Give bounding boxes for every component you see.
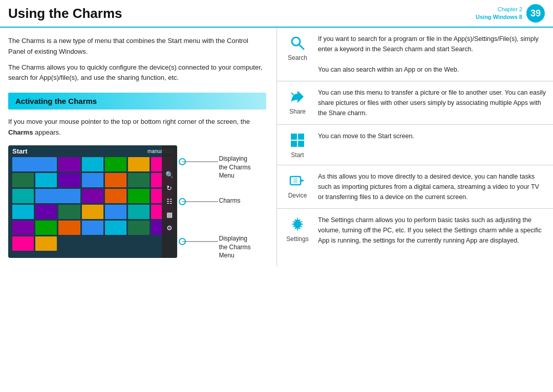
charms-bar: 🔍 ↻ ☷ ▩ ⚙ (162, 145, 177, 258)
charm-desc-start: You can move to the Start screen. (318, 131, 414, 141)
page-header: Using the Charms Chapter 2 Using Windows… (0, 0, 553, 28)
win8-tile (12, 157, 57, 171)
activation-text: If you move your mouse pointer to the to… (8, 117, 266, 138)
charm-icon-block-share: Share (284, 88, 311, 115)
charm-label-share: Share (289, 108, 306, 115)
win8-tile (35, 205, 57, 219)
win8-tile (82, 157, 103, 171)
win8-tile (12, 173, 34, 187)
start-icon (288, 131, 307, 149)
charm-label-settings: Settings (286, 235, 308, 243)
win8-start-label: Start (12, 147, 28, 155)
win8-tile (105, 205, 126, 219)
win8-tile (82, 173, 103, 187)
callout-bot: Displaying the Charms Menu (219, 234, 251, 260)
charm-row-start: StartYou can move to the Start screen. (277, 125, 553, 165)
charm-label-device: Device (288, 192, 307, 199)
win8-header: Start manual123 (8, 145, 177, 157)
svg-rect-11 (298, 141, 304, 147)
win8-tile (128, 157, 150, 171)
win8-tile (128, 205, 150, 219)
win8-screenshot: Start manual123 🔍 ↻ ☷ ▩ ⚙ (8, 145, 177, 258)
activation-text-pre: If you move your mouse pointer to the to… (8, 118, 250, 125)
chapter-sub: Using Windows 8 (476, 13, 522, 21)
chapter-text: Chapter 2 Using Windows 8 (476, 6, 522, 21)
win8-tile (12, 205, 34, 219)
charm-icon-block-start: Start (284, 131, 311, 159)
win8-tile (82, 205, 103, 219)
intro-text-2: The Charms allows you to quickly configu… (8, 62, 266, 84)
charm-icon-block-settings: Settings (284, 215, 311, 243)
win8-tiles (8, 157, 177, 255)
charm-bar-settings: ⚙ (165, 224, 174, 233)
svg-rect-9 (298, 134, 304, 140)
win8-tile (58, 157, 80, 171)
charm-row-device: DeviceAs this allows you to move directl… (277, 165, 553, 209)
section-heading: Activating the Charms (8, 93, 266, 110)
charm-row-search: SearchIf you want to search for a progra… (277, 28, 553, 81)
left-column: The Charms is a new type of menu that co… (0, 28, 276, 266)
win8-tile (58, 221, 80, 235)
charm-bar-share: ↻ (165, 184, 174, 193)
charm-label-search: Search (288, 54, 307, 61)
svg-rect-8 (291, 134, 297, 140)
win8-tile (105, 157, 126, 171)
win8-tile (58, 205, 80, 219)
win8-tile (35, 221, 57, 235)
charm-label-start: Start (291, 151, 304, 159)
win8-tile (128, 173, 150, 187)
charm-icon-block-device: Device (284, 171, 311, 199)
charm-row-share: ShareYou can use this menu to transfer a… (277, 81, 553, 125)
charm-icon-block-search: Search (284, 34, 311, 61)
win8-tile (82, 221, 103, 235)
page-title: Using the Charms (8, 6, 122, 21)
chapter-label: Chapter 2 (476, 6, 522, 13)
svg-rect-10 (291, 141, 297, 147)
search-icon (288, 34, 307, 52)
main-content: The Charms is a new type of menu that co… (0, 28, 553, 266)
win8-tile (128, 189, 150, 203)
callout-top: Displaying the Charms Menu (219, 155, 251, 180)
win8-tile (128, 221, 150, 235)
win8-tile (105, 189, 126, 203)
page-number: 39 (526, 4, 545, 23)
intro-text-1: The Charms is a new type of menu that co… (8, 36, 266, 57)
share-icon (288, 88, 307, 106)
chapter-info: Chapter 2 Using Windows 8 39 (476, 4, 545, 23)
win8-tile (35, 189, 80, 203)
activation-bold: Charms (8, 128, 33, 136)
win8-tile (35, 173, 57, 187)
charm-desc-search: If you want to search for a program or f… (318, 34, 546, 75)
charm-bar-start: ☷ (165, 197, 174, 206)
charm-desc-share: You can use this menu to transfer a pict… (318, 88, 546, 118)
svg-rect-13 (293, 178, 297, 183)
charm-desc-settings: The Settings charm allows you to perform… (318, 215, 546, 246)
win8-tile (105, 173, 126, 187)
charm-desc-device: As this allows you to move directly to a… (318, 171, 546, 202)
callout-mid: Charms (219, 197, 241, 205)
win8-tile (82, 189, 103, 203)
win8-tile (58, 173, 80, 187)
win8-tile (105, 221, 126, 235)
callout-labels: Displaying the Charms Menu Charms Displa… (177, 145, 266, 258)
settings-icon (288, 215, 307, 233)
charm-row-settings: SettingsThe Settings charm allows you to… (277, 209, 553, 252)
win8-tile (12, 221, 34, 235)
charm-bar-search: 🔍 (165, 170, 174, 180)
screenshot-area: Start manual123 🔍 ↻ ☷ ▩ ⚙ (8, 145, 266, 258)
win8-tile (12, 236, 34, 251)
activation-text-post: appears. (33, 128, 60, 136)
win8-tile (35, 236, 57, 251)
win8-tile (12, 189, 34, 203)
right-column: SearchIf you want to search for a progra… (276, 28, 553, 266)
svg-line-7 (299, 45, 304, 49)
device-icon (288, 171, 307, 190)
charm-bar-device: ▩ (165, 210, 174, 220)
